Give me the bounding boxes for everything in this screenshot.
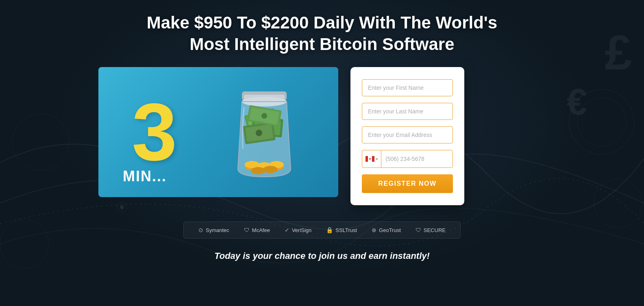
geotrust-label: GeoTrust — [379, 227, 401, 233]
trust-badge-geotrust: ⊕ GeoTrust — [372, 227, 401, 233]
mcafee-label: McAfee — [252, 227, 270, 233]
phone-input[interactable] — [381, 151, 453, 167]
svg-point-37 — [263, 166, 278, 173]
mcafee-icon: 🛡 — [244, 227, 250, 233]
svg-point-36 — [251, 167, 265, 174]
register-now-button[interactable]: REGISTER NOW — [362, 174, 453, 193]
main-section: 3 — [98, 67, 546, 205]
trust-badge-symantec: ⊙ Symantec — [198, 227, 229, 233]
verisign-icon: ✓ — [285, 227, 289, 233]
bottom-tagline: Today is your chance to join us and earn… — [214, 251, 430, 261]
geotrust-icon: ⊕ — [372, 227, 376, 233]
trust-badges-bar: ⊙ Symantec 🛡 McAfee ✓ VeriSign 🔒 SSLTrus… — [183, 221, 461, 239]
registration-form: ▾ REGISTER NOW — [350, 67, 464, 205]
money-jar-illustration — [220, 79, 309, 185]
phone-row: ▾ — [362, 150, 453, 168]
trust-badge-mcafee: 🛡 McAfee — [244, 227, 270, 233]
symantec-icon: ⊙ — [198, 227, 203, 233]
phone-country-selector[interactable]: ▾ — [362, 150, 381, 167]
trust-badge-secure: 🛡 SECURE — [416, 227, 446, 233]
ssltrust-icon: 🔒 — [326, 227, 333, 233]
countdown-label: MIN... — [123, 168, 167, 185]
last-name-input[interactable] — [362, 103, 453, 120]
canada-flag-icon — [366, 156, 374, 162]
email-input[interactable] — [362, 126, 453, 143]
secure-label: SECURE — [424, 227, 446, 233]
symantec-label: Symantec — [206, 227, 229, 233]
video-card[interactable]: 3 — [98, 67, 338, 197]
first-name-input[interactable] — [362, 79, 453, 96]
trust-badge-verisign: ✓ VeriSign — [285, 227, 311, 233]
secure-icon: 🛡 — [416, 227, 421, 233]
ssltrust-label: SSLTrust — [335, 227, 357, 233]
trust-badge-ssltrust: 🔒 SSLTrust — [326, 227, 357, 233]
country-dropdown-arrow: ▾ — [376, 157, 378, 161]
countdown-number: 3 — [132, 91, 177, 173]
main-headline: Make $950 To $2200 Daily With The World'… — [147, 12, 497, 55]
verisign-label: VeriSign — [292, 227, 311, 233]
